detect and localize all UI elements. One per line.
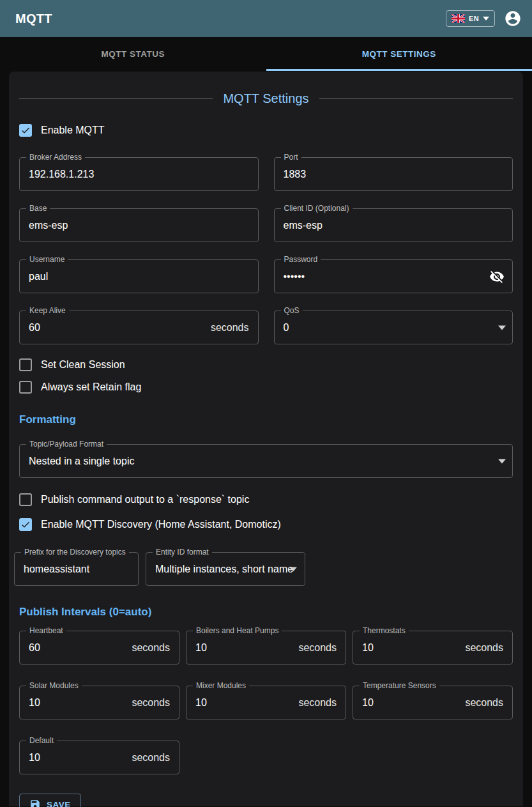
keep-alive-field: Keep Alive seconds bbox=[19, 311, 259, 344]
temperature-sensors-input[interactable] bbox=[353, 686, 512, 719]
checkbox-icon bbox=[19, 381, 32, 394]
checkbox-clean-session[interactable]: Set Clean Session bbox=[19, 358, 513, 371]
base-field: Base bbox=[19, 208, 259, 242]
solar-modules-input[interactable] bbox=[20, 686, 179, 719]
checkbox-retain-flag[interactable]: Always set Retain flag bbox=[19, 381, 513, 394]
select-value: 0 bbox=[284, 322, 289, 334]
client-id-input[interactable] bbox=[275, 209, 513, 242]
divider bbox=[19, 98, 213, 99]
select-value: Multiple instances, short name bbox=[155, 564, 293, 575]
checkbox-label: Always set Retain flag bbox=[41, 381, 141, 393]
port-input[interactable] bbox=[275, 158, 513, 190]
intervals-grid: Heartbeat seconds Boilers and Heat Pumps… bbox=[19, 631, 513, 774]
card-title: MQTT Settings bbox=[223, 91, 308, 106]
active-tab-indicator bbox=[266, 69, 532, 71]
language-selector-button[interactable]: EN bbox=[446, 10, 495, 27]
checkbox-icon bbox=[19, 124, 32, 137]
temperature-sensors-field: Temperature Sensors seconds bbox=[353, 686, 513, 719]
page-header-title: MQTT bbox=[15, 12, 446, 26]
keep-alive-input[interactable] bbox=[20, 311, 258, 344]
dropdown-arrow-icon bbox=[498, 325, 506, 330]
dropdown-arrow-icon bbox=[289, 567, 297, 571]
boilers-input[interactable] bbox=[186, 631, 346, 664]
tab-mqtt-status[interactable]: MQTT STATUS bbox=[0, 37, 266, 71]
discovery-prefix-field: Prefix for the Discovery topics bbox=[14, 552, 139, 586]
card-title-row: MQTT Settings bbox=[19, 72, 513, 106]
username-field: Username bbox=[19, 259, 259, 293]
checkbox-mqtt-discovery[interactable]: Enable MQTT Discovery (Home Assistant, D… bbox=[19, 518, 513, 531]
base-input[interactable] bbox=[20, 209, 258, 242]
solar-modules-field: Solar Modules seconds bbox=[19, 686, 179, 719]
default-interval-field: Default seconds bbox=[19, 741, 179, 774]
discovery-prefix-input[interactable] bbox=[15, 553, 138, 585]
save-button-label: SAVE bbox=[47, 800, 71, 807]
username-input[interactable] bbox=[20, 260, 258, 293]
select-value: Nested in a single topic bbox=[29, 456, 134, 467]
port-field: Port bbox=[274, 157, 513, 191]
checkbox-enable-mqtt[interactable]: Enable MQTT bbox=[19, 124, 513, 137]
heartbeat-input[interactable] bbox=[20, 631, 179, 664]
checkbox-label: Enable MQTT Discovery (Home Assistant, D… bbox=[41, 519, 281, 530]
field-label: Entity ID format bbox=[153, 548, 212, 557]
divider bbox=[319, 98, 513, 99]
visibility-off-icon[interactable] bbox=[489, 269, 505, 284]
checkbox-icon bbox=[19, 518, 32, 531]
save-button[interactable]: SAVE bbox=[19, 794, 81, 807]
password-field: Password bbox=[274, 259, 513, 293]
password-input[interactable] bbox=[275, 260, 513, 293]
field-label: Topic/Payload Format bbox=[26, 440, 107, 449]
boilers-field: Boilers and Heat Pumps seconds bbox=[186, 631, 346, 665]
tab-mqtt-settings[interactable]: MQTT SETTINGS bbox=[266, 37, 532, 71]
tab-bar: MQTT STATUS MQTT SETTINGS bbox=[0, 37, 532, 71]
topic-format-select[interactable]: Topic/Payload Format Nested in a single … bbox=[19, 444, 513, 478]
field-label: QoS bbox=[281, 306, 303, 315]
broker-address-field: Broker Address bbox=[19, 157, 259, 191]
checkbox-icon bbox=[19, 493, 32, 506]
save-icon bbox=[29, 799, 41, 807]
mixer-modules-input[interactable] bbox=[186, 686, 346, 719]
checkbox-icon bbox=[19, 358, 32, 371]
connection-fields-grid: Broker Address Port Base Client ID (Opti… bbox=[19, 157, 513, 344]
mixer-modules-field: Mixer Modules seconds bbox=[186, 686, 346, 719]
thermostats-field: Thermostats seconds bbox=[353, 631, 513, 665]
account-circle-button[interactable] bbox=[504, 10, 522, 27]
checkbox-label: Set Clean Session bbox=[41, 359, 125, 371]
broker-address-input[interactable] bbox=[20, 158, 258, 190]
publish-intervals-heading: Publish Intervals (0=auto) bbox=[19, 606, 513, 619]
dropdown-arrow-icon bbox=[498, 459, 506, 463]
account-circle-icon bbox=[504, 10, 522, 27]
checkbox-label: Publish command output to a `response` t… bbox=[41, 494, 249, 505]
checkbox-label: Enable MQTT bbox=[41, 125, 105, 136]
discovery-fields-row: Prefix for the Discovery topics Entity I… bbox=[14, 552, 513, 586]
uk-flag-icon bbox=[452, 14, 465, 23]
settings-card: MQTT Settings Enable MQTT Broker Address… bbox=[9, 72, 523, 806]
language-code-label: EN bbox=[469, 15, 479, 22]
app-bar: MQTT EN bbox=[0, 0, 532, 37]
qos-select[interactable]: QoS 0 bbox=[274, 311, 513, 344]
heartbeat-field: Heartbeat seconds bbox=[19, 631, 179, 665]
client-id-field: Client ID (Optional) bbox=[274, 208, 513, 242]
checkbox-response-topic[interactable]: Publish command output to a `response` t… bbox=[19, 493, 513, 506]
formatting-heading: Formatting bbox=[19, 413, 513, 426]
chevron-down-icon bbox=[483, 17, 489, 20]
entity-id-format-select[interactable]: Entity ID format Multiple instances, sho… bbox=[146, 552, 305, 586]
thermostats-input[interactable] bbox=[353, 631, 512, 664]
default-interval-input[interactable] bbox=[20, 741, 179, 774]
